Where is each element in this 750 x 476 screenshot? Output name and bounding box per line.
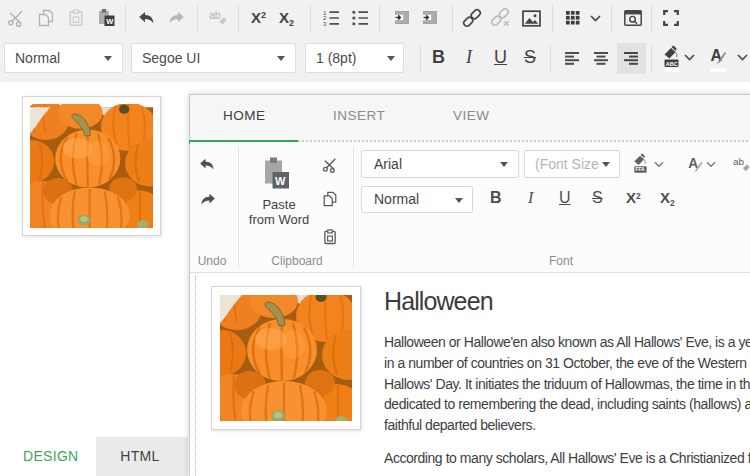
svg-text:W: W: [275, 175, 286, 187]
svg-text:ABC: ABC: [666, 61, 678, 67]
svg-text:3: 3: [323, 21, 327, 27]
svg-text:W: W: [106, 17, 114, 26]
svg-text:ab: ab: [209, 9, 221, 21]
svg-text:FFA: FFA: [635, 167, 645, 172]
svg-text:A: A: [711, 47, 723, 64]
svg-text:ab: ab: [733, 156, 745, 167]
